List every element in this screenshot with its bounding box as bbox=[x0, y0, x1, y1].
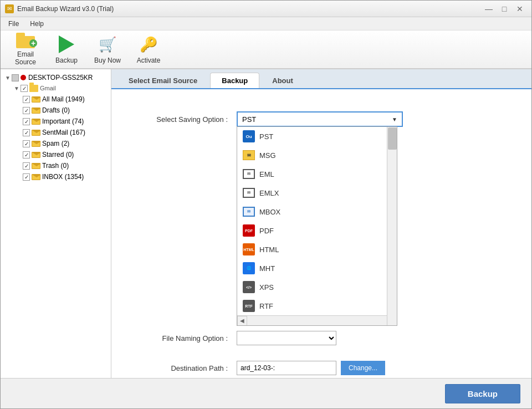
file-naming-label: File Naming Option : bbox=[128, 334, 228, 342]
tab-select-email-source[interactable]: Select Email Source bbox=[117, 73, 209, 88]
mht-label: MHT bbox=[259, 264, 275, 273]
tree-item-starred[interactable]: Starred (0) bbox=[22, 149, 109, 160]
spam-icon bbox=[32, 139, 40, 148]
backup-button[interactable]: Backup bbox=[445, 384, 520, 403]
tree-item-inbox[interactable]: INBOX (1354) bbox=[22, 171, 109, 182]
folder-icon-sm bbox=[29, 84, 38, 93]
tree-item-level1[interactable]: ▼ Gmail bbox=[12, 83, 109, 94]
option-emlx[interactable]: ✉ EMLX bbox=[237, 183, 397, 202]
emlx-label: EMLX bbox=[259, 189, 279, 197]
inbox-label: INBOX (1354) bbox=[42, 173, 84, 181]
starred-icon bbox=[32, 150, 40, 159]
format-dropdown: Ou PST ✉ MSG bbox=[237, 126, 397, 326]
saving-option-label: Select Saving Option : bbox=[128, 115, 228, 124]
level1-checkbox[interactable] bbox=[21, 85, 28, 92]
eml-label: EML bbox=[259, 170, 274, 178]
tab-about[interactable]: About bbox=[260, 73, 305, 88]
right-panel: Select Email Source Backup About Select … bbox=[111, 69, 531, 378]
change-button[interactable]: Change... bbox=[341, 361, 385, 375]
spam-checkbox[interactable] bbox=[23, 140, 30, 147]
xps-label: XPS bbox=[259, 283, 274, 292]
starred-checkbox[interactable] bbox=[23, 151, 30, 159]
all-mail-icon bbox=[32, 95, 40, 104]
pst-icon: Ou bbox=[243, 130, 255, 142]
destination-input[interactable] bbox=[237, 361, 336, 375]
chevron-down-icon: ▼ bbox=[392, 116, 397, 122]
option-mbox[interactable]: ✉ MBOX bbox=[237, 202, 397, 221]
activate-button[interactable]: 🔑 Activate bbox=[129, 33, 168, 66]
buy-now-button[interactable]: 🛒 Buy Now bbox=[88, 33, 127, 66]
tab-bar: Select Email Source Backup About bbox=[111, 69, 531, 89]
file-naming-select[interactable] bbox=[237, 331, 336, 345]
drafts-checkbox[interactable] bbox=[23, 107, 30, 114]
trash-label: Trash (0) bbox=[42, 162, 69, 170]
html-label: HTML bbox=[259, 246, 279, 254]
root-checkbox[interactable] bbox=[12, 74, 19, 81]
important-checkbox[interactable] bbox=[23, 118, 30, 125]
sentmail-checkbox[interactable] bbox=[23, 129, 30, 136]
minimize-button[interactable]: — bbox=[482, 3, 496, 14]
tree-item-important[interactable]: Important (74) bbox=[22, 116, 109, 127]
tree-item-trash[interactable]: Trash (0) bbox=[22, 160, 109, 171]
trash-checkbox[interactable] bbox=[23, 162, 30, 170]
option-mht[interactable]: 🌐 MHT bbox=[237, 259, 397, 278]
important-icon bbox=[32, 117, 40, 126]
file-naming-control bbox=[237, 331, 431, 345]
mbox-icon: ✉ bbox=[243, 206, 255, 218]
sentmail-icon bbox=[32, 128, 40, 137]
root-expand-icon[interactable]: ▼ bbox=[4, 74, 12, 81]
option-rtf[interactable]: RTF RTF bbox=[237, 296, 397, 315]
app-icon: ✉ bbox=[5, 4, 14, 13]
folder-tree: ▼ DESKTOP-GSS25KR ▼ Gmail bbox=[1, 69, 111, 378]
msg-icon: ✉ bbox=[243, 149, 255, 161]
backup-label: Backup bbox=[55, 57, 78, 64]
eml-icon: ✉ bbox=[243, 168, 255, 180]
mht-icon: 🌐 bbox=[243, 262, 255, 274]
scroll-left-arrow[interactable]: ◀ bbox=[237, 316, 247, 326]
tree-item-spam[interactable]: Spam (2) bbox=[22, 138, 109, 149]
saving-option-row: Select Saving Option : PST ▼ Ou bbox=[128, 111, 515, 127]
email-source-label: Email Source bbox=[7, 50, 44, 66]
tree-item-all-mail[interactable]: All Mail (1949) bbox=[22, 94, 109, 105]
mbox-label: MBOX bbox=[259, 208, 280, 216]
play-icon bbox=[59, 35, 74, 53]
menu-help[interactable]: Help bbox=[24, 18, 49, 29]
tree-root[interactable]: ▼ DESKTOP-GSS25KR bbox=[3, 73, 109, 83]
saving-option-select[interactable]: PST ▼ bbox=[237, 111, 403, 127]
option-pst[interactable]: Ou PST bbox=[237, 127, 397, 146]
option-pdf[interactable]: PDF PDF bbox=[237, 221, 397, 240]
email-source-button[interactable]: + Email Source bbox=[6, 33, 45, 66]
toolbar: + Email Source Backup 🛒 Buy Now 🔑 Activa… bbox=[1, 30, 531, 69]
backup-toolbar-button[interactable]: Backup bbox=[47, 33, 86, 66]
pst-label: PST bbox=[259, 132, 273, 141]
all-mail-label: All Mail (1949) bbox=[42, 95, 85, 103]
all-mail-checkbox[interactable] bbox=[23, 96, 30, 103]
root-label: DESKTOP-GSS25KR bbox=[28, 74, 93, 81]
folder-icon: + bbox=[16, 33, 35, 48]
inbox-checkbox[interactable] bbox=[23, 173, 30, 181]
option-xps[interactable]: </> XPS bbox=[237, 278, 397, 296]
tab-backup[interactable]: Backup bbox=[210, 73, 259, 88]
tree-item-drafts[interactable]: Drafts (0) bbox=[22, 105, 109, 116]
xps-icon: </> bbox=[243, 281, 255, 293]
option-eml[interactable]: ✉ EML bbox=[237, 165, 397, 183]
drafts-label: Drafts (0) bbox=[42, 106, 70, 114]
destination-control: Change... bbox=[237, 361, 385, 375]
selected-value: PST bbox=[242, 115, 256, 124]
pdf-icon: PDF bbox=[243, 224, 255, 237]
tree-item-sentmail[interactable]: SentMail (167) bbox=[22, 127, 109, 138]
dropdown-list: Ou PST ✉ MSG bbox=[237, 127, 397, 315]
option-msg[interactable]: ✉ MSG bbox=[237, 146, 397, 165]
maximize-button[interactable]: □ bbox=[497, 3, 511, 14]
sentmail-label: SentMail (167) bbox=[42, 129, 85, 136]
email-source-icon: + bbox=[16, 33, 35, 48]
expand-icon[interactable]: ▼ bbox=[13, 84, 21, 92]
bottom-bar: Backup bbox=[1, 378, 531, 408]
option-html[interactable]: HTML HTML bbox=[237, 240, 397, 259]
backup-icon bbox=[57, 34, 76, 54]
close-button[interactable]: ✕ bbox=[513, 3, 527, 14]
level1-label: Gmail bbox=[40, 85, 56, 91]
menu-file[interactable]: File bbox=[3, 18, 24, 29]
html-icon: HTML bbox=[243, 243, 255, 255]
horizontal-scrollbar[interactable]: ◀ ▶ bbox=[237, 315, 397, 325]
